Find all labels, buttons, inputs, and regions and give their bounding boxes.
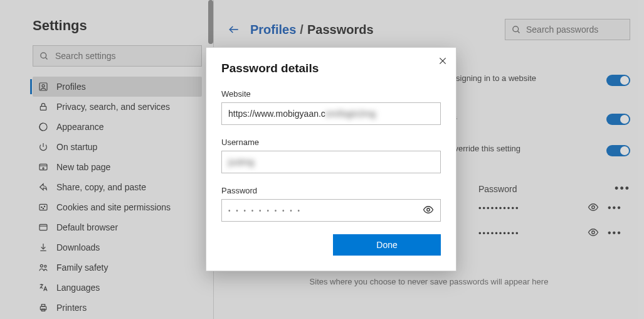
svg-point-25 xyxy=(592,205,595,208)
sidebar-item-family[interactable]: Family safety xyxy=(33,257,202,278)
cookies-icon xyxy=(38,202,49,213)
svg-point-0 xyxy=(41,52,46,58)
sidebar-item-label: On startup xyxy=(56,142,97,152)
back-button[interactable] xyxy=(228,23,240,36)
search-settings-input[interactable]: Search settings xyxy=(33,45,202,67)
row-more-button[interactable]: ••• xyxy=(608,227,622,239)
sidebar-item-profiles[interactable]: Profiles xyxy=(33,77,202,97)
sidebar-item-languages[interactable]: Languages xyxy=(33,278,202,298)
never-save-note: Sites where you choose to never save pas… xyxy=(228,277,630,286)
password-details-dialog: Password details Website https://www.mob… xyxy=(206,47,457,271)
website-value: https://www.mobigyaan.c xyxy=(228,109,325,119)
svg-line-1 xyxy=(45,57,47,59)
sidebar-item-startup[interactable]: On startup xyxy=(33,137,202,157)
svg-point-23 xyxy=(513,26,519,31)
row-more-button[interactable]: ••• xyxy=(608,202,622,214)
done-button[interactable]: Done xyxy=(333,234,441,256)
reveal-password-button[interactable] xyxy=(588,202,599,215)
sidebar-item-label: Default browser xyxy=(56,222,118,232)
website-value-obscured: om/login2mg xyxy=(325,109,376,119)
toggle-autofill[interactable] xyxy=(606,145,630,156)
reveal-password-button[interactable] xyxy=(423,204,434,217)
search-passwords-placeholder: Search passwords xyxy=(526,24,598,35)
sidebar-item-label: Cookies and site permissions xyxy=(56,202,171,212)
svg-point-17 xyxy=(40,264,43,267)
search-settings-placeholder: Search settings xyxy=(55,51,116,61)
toggle-offer-save[interactable] xyxy=(606,75,630,86)
svg-point-12 xyxy=(43,208,43,208)
eye-icon xyxy=(588,202,599,213)
svg-point-26 xyxy=(592,230,595,234)
eye-icon xyxy=(588,227,599,238)
close-icon xyxy=(438,57,447,65)
settings-title: Settings xyxy=(33,18,202,34)
settings-sidebar: Settings Search settings Profiles Privac… xyxy=(0,0,213,319)
website-field[interactable]: https://www.mobigyaan.com/login2mg xyxy=(221,102,441,125)
sidebar-item-label: Share, copy, and paste xyxy=(56,182,146,192)
svg-point-3 xyxy=(42,85,45,87)
sidebar-item-label: Family safety xyxy=(56,262,108,273)
share-icon xyxy=(38,181,49,193)
close-button[interactable] xyxy=(438,57,447,68)
sidebar-item-appearance[interactable]: Appearance xyxy=(33,117,202,137)
website-label: Website xyxy=(221,89,441,99)
download-icon xyxy=(38,242,49,253)
search-passwords-input[interactable]: Search passwords xyxy=(505,19,630,40)
sidebar-item-label: Languages xyxy=(56,283,100,293)
section-more-button[interactable]: ••• xyxy=(615,182,630,195)
sidebar-item-label: Printers xyxy=(56,303,87,313)
power-icon xyxy=(38,141,49,153)
sidebar-item-label: Appearance xyxy=(56,122,104,132)
sidebar-item-privacy[interactable]: Privacy, search, and services xyxy=(33,97,202,117)
lock-icon xyxy=(38,101,49,112)
svg-rect-20 xyxy=(41,305,45,306)
browser-icon xyxy=(38,222,49,233)
sidebar-item-share[interactable]: Share, copy, and paste xyxy=(33,177,202,197)
sidebar-item-label: Privacy, search, and services xyxy=(56,102,170,112)
sidebar-item-newtab[interactable]: New tab page xyxy=(33,157,202,177)
breadcrumb-separator: / xyxy=(300,23,304,37)
sidebar-item-cookies[interactable]: Cookies and site permissions xyxy=(33,197,202,217)
svg-point-29 xyxy=(427,208,430,211)
password-mask: • • • • • • • • • • xyxy=(228,207,423,214)
appearance-icon xyxy=(38,121,49,132)
password-mask: •••••••••• xyxy=(478,229,579,238)
dialog-title: Password details xyxy=(221,62,441,75)
username-label: Username xyxy=(221,138,441,147)
password-field[interactable]: • • • • • • • • • • xyxy=(221,199,441,222)
sidebar-item-default-browser[interactable]: Default browser xyxy=(33,217,202,237)
password-label: Password xyxy=(221,186,441,195)
password-mask: •••••••••• xyxy=(478,203,579,213)
username-value-obscured: justmg xyxy=(228,157,254,167)
eye-icon xyxy=(423,204,434,215)
svg-point-18 xyxy=(45,265,46,267)
search-icon xyxy=(512,25,521,35)
svg-point-13 xyxy=(44,206,45,207)
sidebar-item-label: Profiles xyxy=(56,82,86,92)
breadcrumb-current: Passwords xyxy=(307,23,374,37)
profile-icon xyxy=(38,81,49,92)
svg-rect-2 xyxy=(40,83,47,90)
sidebar-item-label: Downloads xyxy=(56,242,100,252)
username-field[interactable]: justmg xyxy=(221,151,441,173)
svg-line-24 xyxy=(517,31,519,33)
back-arrow-icon xyxy=(228,23,240,36)
settings-nav: Profiles Privacy, search, and services A… xyxy=(33,77,202,318)
family-icon xyxy=(38,262,49,273)
sidebar-item-printers[interactable]: Printers xyxy=(33,298,202,318)
svg-rect-14 xyxy=(40,224,47,230)
sidebar-item-downloads[interactable]: Downloads xyxy=(33,237,202,257)
newtab-icon xyxy=(38,161,49,173)
toggle-sign-in[interactable] xyxy=(606,114,630,125)
sidebar-item-label: New tab page xyxy=(56,162,110,172)
breadcrumb-profiles-link[interactable]: Profiles xyxy=(250,23,296,37)
svg-rect-4 xyxy=(40,106,46,110)
breadcrumb: Profiles / Passwords xyxy=(228,23,374,37)
search-icon xyxy=(40,51,49,61)
language-icon xyxy=(38,282,49,293)
sidebar-scrollbar[interactable] xyxy=(208,0,213,44)
svg-point-11 xyxy=(41,207,42,207)
reveal-password-button[interactable] xyxy=(588,227,599,240)
printer-icon xyxy=(38,302,49,313)
